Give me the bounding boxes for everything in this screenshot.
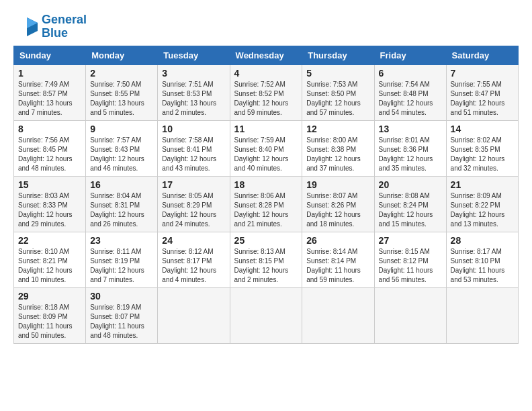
day-info: Sunrise: 8:11 AM Sunset: 8:19 PM Dayligh… bbox=[90, 247, 153, 285]
day-number: 22 bbox=[18, 235, 81, 246]
day-number: 8 bbox=[18, 124, 81, 134]
calendar-cell: 21 Sunrise: 8:09 AM Sunset: 8:22 PM Dayl… bbox=[446, 176, 518, 232]
day-number: 30 bbox=[90, 291, 153, 302]
calendar-header: SundayMondayTuesdayWednesdayThursdayFrid… bbox=[14, 46, 519, 64]
day-info: Sunrise: 8:18 AM Sunset: 8:09 PM Dayligh… bbox=[18, 303, 81, 340]
day-number: 19 bbox=[306, 179, 369, 190]
calendar-cell bbox=[374, 287, 446, 343]
day-number: 29 bbox=[18, 291, 81, 302]
logo-text: General Blue bbox=[42, 13, 87, 40]
calendar-cell: 1 Sunrise: 7:49 AM Sunset: 8:57 PM Dayli… bbox=[14, 64, 86, 120]
day-info: Sunrise: 7:53 AM Sunset: 8:50 PM Dayligh… bbox=[306, 80, 369, 118]
day-number: 12 bbox=[306, 124, 369, 134]
day-info: Sunrise: 7:54 AM Sunset: 8:48 PM Dayligh… bbox=[379, 80, 442, 118]
logo-icon bbox=[13, 15, 38, 39]
header-friday: Friday bbox=[374, 46, 446, 64]
day-number: 23 bbox=[90, 235, 153, 246]
calendar-cell: 10 Sunrise: 7:58 AM Sunset: 8:41 PM Dayl… bbox=[158, 120, 230, 176]
calendar-cell: 28 Sunrise: 8:17 AM Sunset: 8:10 PM Dayl… bbox=[446, 232, 518, 287]
day-info: Sunrise: 8:17 AM Sunset: 8:10 PM Dayligh… bbox=[451, 247, 514, 285]
day-info: Sunrise: 7:51 AM Sunset: 8:53 PM Dayligh… bbox=[162, 80, 225, 118]
week-row-5: 29 Sunrise: 8:18 AM Sunset: 8:09 PM Dayl… bbox=[14, 287, 519, 343]
calendar-cell bbox=[446, 287, 518, 343]
day-info: Sunrise: 8:03 AM Sunset: 8:33 PM Dayligh… bbox=[18, 191, 81, 229]
day-info: Sunrise: 8:01 AM Sunset: 8:36 PM Dayligh… bbox=[379, 136, 442, 173]
calendar-cell: 16 Sunrise: 8:04 AM Sunset: 8:31 PM Dayl… bbox=[86, 176, 158, 232]
day-info: Sunrise: 7:58 AM Sunset: 8:41 PM Dayligh… bbox=[162, 136, 225, 173]
calendar-cell: 6 Sunrise: 7:54 AM Sunset: 8:48 PM Dayli… bbox=[374, 64, 446, 120]
calendar-cell: 24 Sunrise: 8:12 AM Sunset: 8:17 PM Dayl… bbox=[158, 232, 230, 287]
calendar-cell: 18 Sunrise: 8:06 AM Sunset: 8:28 PM Dayl… bbox=[230, 176, 302, 232]
day-number: 5 bbox=[306, 68, 369, 79]
calendar-cell: 15 Sunrise: 8:03 AM Sunset: 8:33 PM Dayl… bbox=[14, 176, 86, 232]
day-info: Sunrise: 8:04 AM Sunset: 8:31 PM Dayligh… bbox=[90, 191, 153, 229]
day-number: 4 bbox=[234, 68, 298, 79]
header-sunday: Sunday bbox=[14, 46, 86, 64]
day-info: Sunrise: 8:08 AM Sunset: 8:24 PM Dayligh… bbox=[379, 191, 442, 229]
calendar-cell: 14 Sunrise: 8:02 AM Sunset: 8:35 PM Dayl… bbox=[446, 120, 518, 176]
calendar-cell: 27 Sunrise: 8:15 AM Sunset: 8:12 PM Dayl… bbox=[374, 232, 446, 287]
day-number: 28 bbox=[451, 235, 514, 246]
day-info: Sunrise: 8:13 AM Sunset: 8:15 PM Dayligh… bbox=[234, 247, 298, 285]
calendar-body: 1 Sunrise: 7:49 AM Sunset: 8:57 PM Dayli… bbox=[14, 64, 519, 343]
page-header: General Blue bbox=[13, 13, 519, 40]
calendar-cell: 2 Sunrise: 7:50 AM Sunset: 8:55 PM Dayli… bbox=[86, 64, 158, 120]
calendar-cell: 9 Sunrise: 7:57 AM Sunset: 8:43 PM Dayli… bbox=[86, 120, 158, 176]
header-tuesday: Tuesday bbox=[158, 46, 230, 64]
calendar-cell bbox=[230, 287, 302, 343]
week-row-2: 8 Sunrise: 7:56 AM Sunset: 8:45 PM Dayli… bbox=[14, 120, 519, 176]
header-monday: Monday bbox=[86, 46, 158, 64]
day-info: Sunrise: 8:00 AM Sunset: 8:38 PM Dayligh… bbox=[306, 136, 369, 173]
day-info: Sunrise: 7:52 AM Sunset: 8:52 PM Dayligh… bbox=[234, 80, 298, 118]
calendar-cell: 25 Sunrise: 8:13 AM Sunset: 8:15 PM Dayl… bbox=[230, 232, 302, 287]
calendar-cell: 12 Sunrise: 8:00 AM Sunset: 8:38 PM Dayl… bbox=[302, 120, 374, 176]
day-number: 1 bbox=[18, 68, 81, 79]
day-info: Sunrise: 8:15 AM Sunset: 8:12 PM Dayligh… bbox=[379, 247, 442, 285]
day-number: 18 bbox=[234, 179, 298, 190]
day-number: 9 bbox=[90, 124, 153, 134]
day-number: 7 bbox=[451, 68, 514, 79]
day-info: Sunrise: 8:07 AM Sunset: 8:26 PM Dayligh… bbox=[306, 191, 369, 229]
calendar-cell: 20 Sunrise: 8:08 AM Sunset: 8:24 PM Dayl… bbox=[374, 176, 446, 232]
calendar-cell: 19 Sunrise: 8:07 AM Sunset: 8:26 PM Dayl… bbox=[302, 176, 374, 232]
day-info: Sunrise: 8:06 AM Sunset: 8:28 PM Dayligh… bbox=[234, 191, 298, 229]
calendar-cell: 17 Sunrise: 8:05 AM Sunset: 8:29 PM Dayl… bbox=[158, 176, 230, 232]
calendar-cell: 7 Sunrise: 7:55 AM Sunset: 8:47 PM Dayli… bbox=[446, 64, 518, 120]
calendar-cell: 30 Sunrise: 8:19 AM Sunset: 8:07 PM Dayl… bbox=[86, 287, 158, 343]
calendar-cell: 26 Sunrise: 8:14 AM Sunset: 8:14 PM Dayl… bbox=[302, 232, 374, 287]
week-row-4: 22 Sunrise: 8:10 AM Sunset: 8:21 PM Dayl… bbox=[14, 232, 519, 287]
day-number: 15 bbox=[18, 179, 81, 190]
day-info: Sunrise: 7:57 AM Sunset: 8:43 PM Dayligh… bbox=[90, 136, 153, 173]
day-info: Sunrise: 8:12 AM Sunset: 8:17 PM Dayligh… bbox=[162, 247, 225, 285]
day-info: Sunrise: 8:14 AM Sunset: 8:14 PM Dayligh… bbox=[306, 247, 369, 285]
day-number: 25 bbox=[234, 235, 298, 246]
calendar-cell: 22 Sunrise: 8:10 AM Sunset: 8:21 PM Dayl… bbox=[14, 232, 86, 287]
day-number: 17 bbox=[162, 179, 225, 190]
logo: General Blue bbox=[13, 13, 87, 40]
header-thursday: Thursday bbox=[302, 46, 374, 64]
calendar-cell: 29 Sunrise: 8:18 AM Sunset: 8:09 PM Dayl… bbox=[14, 287, 86, 343]
calendar-table: SundayMondayTuesdayWednesdayThursdayFrid… bbox=[13, 46, 519, 344]
day-info: Sunrise: 7:59 AM Sunset: 8:40 PM Dayligh… bbox=[234, 136, 298, 173]
day-info: Sunrise: 8:05 AM Sunset: 8:29 PM Dayligh… bbox=[162, 191, 225, 229]
day-number: 20 bbox=[379, 179, 442, 190]
day-number: 3 bbox=[162, 68, 225, 79]
day-number: 13 bbox=[379, 124, 442, 134]
day-info: Sunrise: 7:49 AM Sunset: 8:57 PM Dayligh… bbox=[18, 80, 81, 118]
day-number: 26 bbox=[306, 235, 369, 246]
calendar-cell: 23 Sunrise: 8:11 AM Sunset: 8:19 PM Dayl… bbox=[86, 232, 158, 287]
calendar-cell: 8 Sunrise: 7:56 AM Sunset: 8:45 PM Dayli… bbox=[14, 120, 86, 176]
calendar-cell: 11 Sunrise: 7:59 AM Sunset: 8:40 PM Dayl… bbox=[230, 120, 302, 176]
week-row-1: 1 Sunrise: 7:49 AM Sunset: 8:57 PM Dayli… bbox=[14, 64, 519, 120]
day-number: 16 bbox=[90, 179, 153, 190]
day-info: Sunrise: 7:50 AM Sunset: 8:55 PM Dayligh… bbox=[90, 80, 153, 118]
day-info: Sunrise: 7:56 AM Sunset: 8:45 PM Dayligh… bbox=[18, 136, 81, 173]
header-wednesday: Wednesday bbox=[230, 46, 302, 64]
day-number: 10 bbox=[162, 124, 225, 134]
calendar-cell bbox=[158, 287, 230, 343]
day-number: 27 bbox=[379, 235, 442, 246]
calendar-cell: 3 Sunrise: 7:51 AM Sunset: 8:53 PM Dayli… bbox=[158, 64, 230, 120]
day-number: 24 bbox=[162, 235, 225, 246]
calendar-cell bbox=[302, 287, 374, 343]
header-saturday: Saturday bbox=[446, 46, 518, 64]
